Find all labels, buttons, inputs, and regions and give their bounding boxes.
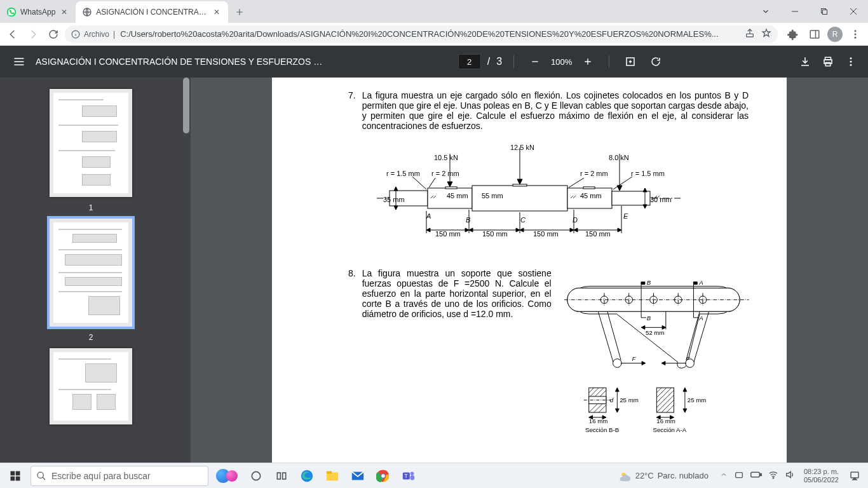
tab-pdf[interactable]: ASIGNACIÓN I CONCENTRACIÓN ✕ — [76, 1, 228, 23]
svg-marker-105 — [641, 282, 645, 285]
svg-line-48 — [613, 177, 632, 189]
zoom-out-button[interactable] — [526, 52, 545, 71]
back-button[interactable] — [4, 25, 22, 43]
fit-page-button[interactable] — [621, 52, 640, 71]
weather-widget[interactable]: 22°C Parc. nublado — [619, 470, 709, 482]
svg-marker-156 — [683, 409, 687, 412]
print-button[interactable] — [818, 52, 837, 71]
maximize-button[interactable] — [810, 0, 839, 23]
browser-tabstrip: WhatsApp ✕ ASIGNACIÓN I CONCENTRACIÓN ✕ — [0, 0, 868, 23]
taskbar-clock[interactable]: 08:23 p. m. 05/06/2022 — [804, 468, 839, 484]
problem-7: 7. La figura muestra un eje cargado sólo… — [348, 90, 749, 131]
svg-text:Sección B-B: Sección B-B — [585, 426, 619, 433]
notifications-icon[interactable] — [845, 466, 864, 485]
svg-point-14 — [850, 57, 852, 59]
page-number-input[interactable] — [458, 54, 481, 69]
window-controls — [751, 0, 868, 23]
globe-icon — [82, 7, 92, 17]
svg-text:T: T — [405, 473, 408, 478]
bookmark-icon[interactable] — [761, 28, 771, 40]
sidepanel-icon[interactable] — [806, 25, 824, 43]
extensions-icon[interactable] — [784, 25, 802, 43]
svg-point-15 — [850, 61, 852, 63]
svg-marker-73 — [469, 228, 473, 232]
new-tab-button[interactable] — [231, 3, 248, 21]
rotate-button[interactable] — [646, 52, 665, 71]
tabs-dropdown-icon[interactable] — [751, 0, 780, 23]
download-button[interactable] — [796, 52, 815, 71]
volume-icon[interactable] — [785, 470, 795, 482]
teams-icon[interactable]: T — [400, 468, 417, 484]
forward-button[interactable] — [24, 25, 42, 43]
svg-marker-71 — [426, 228, 430, 232]
pdf-menu-icon[interactable] — [8, 50, 31, 73]
news-widget-icon[interactable] — [216, 469, 238, 483]
mail-icon[interactable] — [349, 468, 366, 484]
problem-number: 8. — [348, 268, 356, 440]
svg-text:8.0 kN: 8.0 kN — [609, 154, 629, 161]
svg-marker-33 — [447, 182, 452, 187]
page-area[interactable]: 7. La figura muestra un eje cargado sólo… — [191, 78, 868, 463]
thumbnail-scrollbar[interactable] — [182, 78, 189, 463]
tab-whatsapp[interactable]: WhatsApp ✕ — [0, 1, 76, 23]
svg-rect-182 — [736, 473, 743, 478]
browser-menu-icon[interactable] — [846, 25, 864, 43]
figure-bracket: B B A A 52 mm F — [564, 268, 755, 440]
share-icon[interactable] — [745, 28, 755, 40]
svg-rect-3 — [823, 10, 827, 15]
start-button[interactable] — [4, 464, 27, 487]
pdf-more-icon[interactable] — [841, 52, 860, 71]
pdf-title: ASIGNACIÓN I CONCENTRACIÓN DE TENSIONES … — [36, 57, 328, 67]
svg-marker-35 — [517, 179, 522, 184]
close-icon[interactable]: ✕ — [59, 7, 69, 17]
zoom-in-button[interactable] — [578, 52, 597, 71]
close-window-button[interactable] — [839, 0, 868, 23]
taskview-icon[interactable] — [248, 468, 264, 484]
svg-text:10.5 kN: 10.5 kN — [434, 154, 458, 161]
explorer-icon[interactable] — [324, 468, 341, 484]
profile-avatar[interactable]: R — [827, 27, 843, 42]
thumb-number: 2 — [89, 333, 93, 342]
svg-text:45 mm: 45 mm — [447, 192, 468, 200]
thumbnail-page-2[interactable] — [50, 219, 132, 327]
svg-text:r = 2 mm: r = 2 mm — [580, 170, 608, 177]
battery-icon[interactable] — [750, 471, 762, 480]
page-total: 3 — [496, 56, 502, 67]
svg-rect-184 — [760, 474, 761, 476]
wifi-icon[interactable] — [768, 470, 778, 482]
svg-text:35 mm: 35 mm — [383, 196, 405, 203]
svg-text:30 mm: 30 mm — [650, 196, 672, 203]
cortana-icon[interactable] — [273, 468, 290, 484]
clock-time: 08:23 p. m. — [804, 468, 839, 476]
thumbnail-page-3[interactable] — [50, 348, 132, 424]
chrome-icon[interactable] — [375, 468, 391, 484]
taskbar-search[interactable]: Escribe aquí para buscar — [31, 466, 208, 486]
onedrive-icon[interactable] — [734, 470, 744, 482]
svg-text:12.5 kN: 12.5 kN — [510, 144, 534, 151]
svg-text:B: B — [466, 216, 470, 224]
thumb-number: 1 — [89, 203, 93, 212]
site-info[interactable]: Archivo | — [71, 30, 115, 39]
svg-line-42 — [412, 177, 426, 189]
svg-line-87 — [598, 311, 613, 363]
svg-line-44 — [429, 178, 435, 187]
problem-text: La figura muestra un soporte que sostien… — [362, 268, 552, 440]
svg-point-8 — [855, 33, 857, 35]
edge-icon[interactable] — [299, 468, 315, 484]
weather-icon — [619, 470, 632, 482]
tray-chevron-icon[interactable] — [720, 471, 728, 480]
svg-text:Sección A-A: Sección A-A — [653, 426, 686, 433]
svg-point-7 — [855, 30, 857, 32]
svg-marker-139 — [615, 409, 619, 412]
page-sep: / — [487, 56, 490, 67]
close-icon[interactable]: ✕ — [212, 7, 222, 17]
svg-text:55 mm: 55 mm — [482, 192, 503, 200]
svg-text:D: D — [573, 216, 578, 224]
svg-text:150 mm: 150 mm — [482, 230, 508, 238]
reload-button[interactable] — [44, 25, 62, 43]
minimize-button[interactable] — [780, 0, 810, 23]
thumbnail-page-1[interactable] — [50, 89, 132, 197]
svg-text:C: C — [520, 216, 526, 224]
svg-text:150 mm: 150 mm — [585, 230, 611, 238]
address-bar[interactable]: Archivo | C:/Users/roberto%20acosta%20ar… — [65, 25, 778, 43]
